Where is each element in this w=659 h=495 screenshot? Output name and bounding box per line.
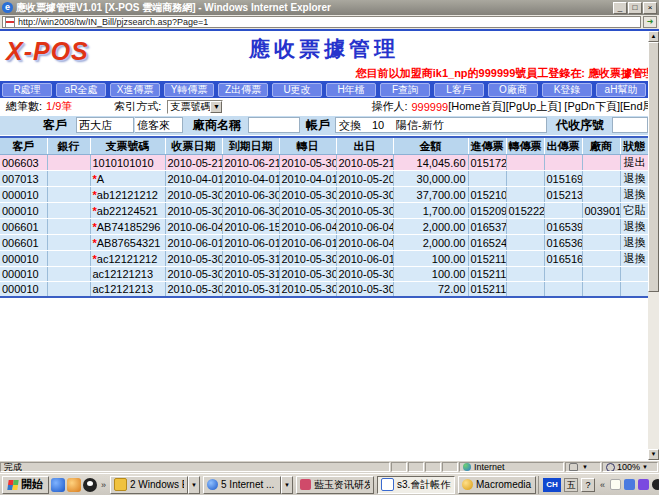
taskbar-button-1-dropdown[interactable]: ▼ (188, 476, 200, 494)
zoom-control[interactable]: 100% ▼ (602, 462, 658, 472)
cell-recv_date: 2010-06-01 (165, 235, 222, 251)
cell-bank (47, 235, 90, 251)
cell-customer: 000010 (0, 282, 47, 297)
cell-transfer_date: 2010-06-01 (279, 235, 336, 251)
address-input[interactable]: http://win2008/tw/IN_Bill/pjzsearch.asp?… (2, 16, 641, 28)
address-bar: http://win2008/tw/IN_Bill/pjzsearch.asp?… (0, 15, 659, 29)
toolbar-button-1[interactable]: R處理 (2, 83, 52, 97)
table-row-9[interactable]: 000010ac121212132010-05-302010-05-312010… (0, 282, 648, 297)
title-bar: e 應收票據管理V1.01 [X-POS 雲端商務網] - Windows In… (0, 0, 659, 15)
cell-in_voucher: 015209 (468, 203, 506, 219)
start-button[interactable]: 開始 (2, 476, 49, 494)
col-header-out_date: 出日 (336, 137, 393, 155)
table-row-3[interactable]: 000010*ab121212122010-05-302010-06-30201… (0, 187, 648, 203)
scroll-up-icon[interactable]: ▲ (648, 31, 659, 42)
cell-due_date: 2010-06-01 (222, 235, 279, 251)
table-row-8[interactable]: 000010ac121212132010-05-302010-05-312010… (0, 267, 648, 282)
tray-collapse-chevron-icon[interactable]: « (598, 480, 607, 490)
minimize-button[interactable]: _ (613, 2, 627, 14)
toolbar-button-9[interactable]: L客戶 (434, 83, 484, 97)
maximize-button[interactable]: □ (628, 2, 642, 14)
toolbar-button-11[interactable]: K登錄 (542, 83, 592, 97)
col-header-check_no: 支票號碼 (90, 137, 165, 155)
vendor-name-input[interactable] (248, 117, 300, 133)
cell-check_no: ac12121213 (90, 282, 165, 297)
cell-status: 退換 (620, 187, 648, 203)
customer-code-input[interactable]: 西大店 (76, 117, 134, 133)
toolbar-button-5[interactable]: Z出傳票 (218, 83, 268, 97)
cell-bank (47, 203, 90, 219)
account-type: 交換 (339, 118, 361, 133)
chevron-down-icon[interactable]: ▼ (210, 101, 222, 113)
cell-due_date: 2010-06-15 (222, 219, 279, 235)
cell-out_date: 2010-05-30 (336, 282, 393, 297)
vertical-scrollbar[interactable]: ▲ ▼ (648, 31, 659, 460)
vendor-name-label: 廠商名稱 (188, 116, 246, 135)
quick-launch-icon-3[interactable] (83, 478, 97, 492)
scroll-down-icon[interactable]: ▼ (648, 449, 659, 460)
taskbar: 開始 » 2 Windows E...▼5 Internet ...▼藍玉资讯研… (0, 473, 659, 495)
taskbar-button-3[interactable]: 藍玉资讯研发... (296, 476, 374, 494)
cell-amount: 30,000.00 (393, 171, 468, 187)
taskbar-button-4[interactable]: s3.會計帳作... (377, 476, 455, 494)
language-indicator[interactable]: CH (543, 478, 561, 492)
protected-mode-pane[interactable]: ▼ (565, 462, 601, 472)
cell-out_voucher (544, 267, 582, 282)
cell-transfer_voucher (506, 219, 544, 235)
index-select[interactable]: 支票號碼 ▼ (167, 100, 223, 114)
cell-bank (47, 187, 90, 203)
taskbar-button-1[interactable]: 2 Windows E... (110, 476, 188, 494)
table-row-2[interactable]: 007013*A2010-04-012010-04-012010-04-0120… (0, 171, 648, 187)
table-row-6[interactable]: 006601*AB876543212010-06-012010-06-01201… (0, 235, 648, 251)
cell-transfer_voucher (506, 282, 544, 297)
taskbar-button-2[interactable]: 5 Internet ... (203, 476, 281, 494)
cell-transfer_voucher (506, 251, 544, 267)
toolbar-button-10[interactable]: O廠商 (488, 83, 538, 97)
table-row-1[interactable]: 00660310101010102010-05-212010-06-212010… (0, 155, 648, 171)
tray-messenger-icon[interactable] (624, 479, 635, 490)
cell-recv_date: 2010-05-30 (165, 267, 222, 282)
flash-icon (462, 479, 473, 490)
toolbar-button-4[interactable]: Y轉傳票 (164, 83, 214, 97)
table-row-5[interactable]: 006601*AB741852962010-06-042010-06-15201… (0, 219, 648, 235)
cell-in_voucher: 015211 (468, 267, 506, 282)
toolbar-button-12[interactable]: aH幫助 (596, 83, 646, 97)
lock-icon (569, 463, 578, 471)
overflow-chevron-icon[interactable]: » (99, 480, 108, 490)
go-button[interactable]: ➜ (643, 16, 657, 28)
toolbar-button-2[interactable]: aR全處 (56, 83, 106, 97)
tray-note-icon[interactable] (610, 479, 621, 490)
toolbar-button-3[interactable]: X進傳票 (110, 83, 160, 97)
quick-launch-icon-2[interactable] (67, 478, 81, 492)
table-header-row: 客戶銀行支票號碼收票日期到期日期轉日出日金額進傳票轉傳票出傳票廠商狀態 (0, 137, 648, 155)
close-button[interactable]: × (643, 2, 657, 14)
cell-check_no: *A (90, 171, 165, 187)
cell-customer: 007013 (0, 171, 47, 187)
toolbar-button-6[interactable]: U更改 (272, 83, 322, 97)
ime-icon[interactable]: 五 (564, 478, 578, 492)
cell-customer: 006601 (0, 219, 47, 235)
customer-label: 客戶 (38, 116, 72, 135)
table-row-7[interactable]: 000010*ac121212122010-05-302010-05-31201… (0, 251, 648, 267)
cell-vendor (582, 267, 620, 282)
tray-qq-icon[interactable] (652, 479, 659, 490)
cell-customer: 000010 (0, 267, 47, 282)
taskbar-button-2-dropdown[interactable]: ▼ (281, 476, 293, 494)
table-row-4[interactable]: 000010*ab221245212010-05-302010-06-30201… (0, 203, 648, 219)
ime-help-button[interactable]: ? (581, 478, 595, 492)
total-label: 總筆數: (6, 99, 42, 114)
cell-vendor (582, 251, 620, 267)
cell-status: 退換 (620, 219, 648, 235)
window-title: 應收票據管理V1.01 [X-POS 雲端商務網] - Windows Inte… (16, 1, 612, 15)
cell-due_date: 2010-05-31 (222, 282, 279, 297)
cell-check_no: 1010101010 (90, 155, 165, 171)
magnifier-icon (606, 463, 615, 472)
quick-launch-icon-1[interactable] (51, 478, 65, 492)
serial-input[interactable] (612, 117, 648, 133)
scrollbar-thumb[interactable] (648, 42, 659, 292)
toolbar-button-8[interactable]: F查詢 (380, 83, 430, 97)
taskbar-button-5[interactable]: Macromedia F... (458, 476, 536, 494)
cell-check_no: *ab22124521 (90, 203, 165, 219)
toolbar-button-7[interactable]: H年檔 (326, 83, 376, 97)
tray-display-icon[interactable] (638, 479, 649, 490)
